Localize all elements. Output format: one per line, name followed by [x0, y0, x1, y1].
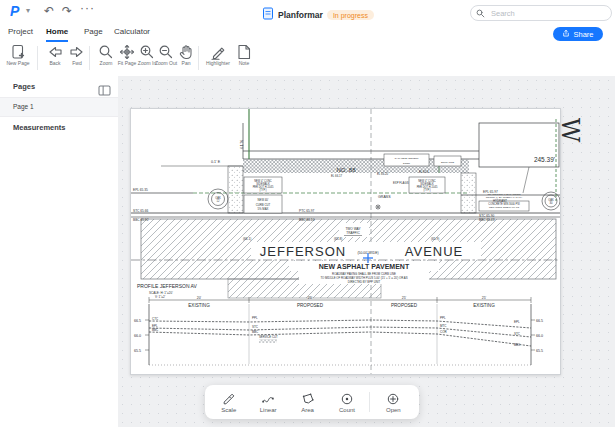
spot-elev-2: (65.8) — [334, 237, 342, 241]
area-tool-icon — [301, 392, 315, 406]
span-name: EXISTING — [188, 303, 210, 308]
open-tool-button[interactable]: Open — [372, 392, 415, 413]
left-sidebar: Pages Page 1 Measurements — [0, 76, 119, 427]
search-input[interactable] — [489, 8, 593, 19]
pavement-note: DIRECTED BY BPP UNIT — [348, 280, 381, 284]
two-way-label: TWO WAY — [345, 227, 361, 231]
redo-icon[interactable]: ↷ — [62, 4, 72, 18]
document-icon — [262, 6, 274, 24]
pan-label: Pan — [172, 61, 200, 67]
toolbar-divider — [89, 46, 90, 70]
drawing-canvas[interactable]: NO. 88 GARAGE/BASEMENT DOOR ENTRANCE 245… — [118, 76, 615, 427]
toolbar-divider — [198, 46, 199, 70]
curbcut-note: 5% MAX — [258, 207, 269, 211]
span-name: PROPOSED — [391, 303, 418, 308]
forward-label: Fwd — [63, 61, 91, 67]
building-number: NO. 88 — [336, 167, 356, 173]
garage-label: GARAGE/BASEMENT — [394, 157, 419, 160]
open-label: Open — [372, 407, 415, 413]
pan-button[interactable]: Pan — [172, 44, 200, 67]
spot-elev-1: (66.1) — [243, 237, 251, 241]
linear-tool-button[interactable]: Linear — [248, 392, 287, 413]
span-name: EXISTING — [473, 303, 495, 308]
more-menu-icon[interactable]: ··· — [80, 1, 95, 15]
plan-sheet: NO. 88 GARAGE/BASEMENT DOOR ENTRANCE 245… — [130, 108, 561, 375]
area-tool-button[interactable]: Area — [288, 392, 327, 413]
share-button[interactable]: Share — [553, 27, 603, 41]
toolbar: New Page Back Fwd Zoom Fit Page Zoom In … — [0, 42, 615, 77]
search-box[interactable] — [470, 5, 612, 21]
axis-left: 65.5 — [134, 349, 141, 353]
elev-ptc-mid: PTC 65.97 — [299, 209, 314, 213]
note-label: Note — [230, 61, 258, 67]
grade-label: BBC — [252, 330, 259, 334]
sidebar-item-page1[interactable]: Page 1 — [0, 97, 118, 117]
grade-label: EPL — [152, 324, 158, 328]
elev-bbc-left: BBC 65.92 — [133, 218, 149, 222]
oak-left: 12 — [217, 199, 220, 203]
grade-label: STC — [514, 332, 521, 336]
oak-right: 30 — [550, 201, 553, 205]
note-button[interactable]: Note — [230, 44, 258, 67]
measure-toolbar: Scale Linear Area Count Open — [205, 385, 419, 419]
grade-label: PPL — [252, 316, 258, 320]
app-logo[interactable]: P — [10, 3, 19, 19]
axis-left: 66.5 — [134, 319, 141, 323]
count-tool-icon — [340, 392, 354, 406]
status-badge: In progress — [327, 10, 374, 20]
sidewalk-strip-left — [228, 166, 243, 213]
toolbar-divider — [37, 46, 38, 70]
new-page-icon — [10, 44, 26, 60]
undo-icon[interactable]: ↶ — [44, 4, 54, 18]
sidewalk-note: (TYP.) — [259, 188, 266, 192]
pavement-label: NEW ASPHALT PAVEMENT — [319, 263, 410, 270]
new-page-button[interactable]: New Page — [4, 44, 32, 67]
pages-header: Pages — [13, 82, 35, 91]
menu-tab-row: Project Home Page Calculator Share — [0, 24, 615, 42]
profile-scale-v: V: 1"=2' — [155, 295, 166, 299]
tab-calculator[interactable]: Calculator — [114, 27, 150, 40]
count-label: Count — [327, 407, 366, 413]
open-tool-icon — [386, 392, 400, 406]
grade-label: STC — [252, 325, 259, 329]
spot-elev-3: (65.9) — [431, 237, 439, 241]
traffic-label: TRAFFIC — [346, 231, 360, 235]
street-name-2: AVENUE — [405, 244, 464, 259]
axis-right: 66.5 — [536, 319, 543, 323]
profile-title: PROFILE JEFFERSON AV — [137, 283, 198, 289]
share-icon — [562, 29, 570, 40]
grade-label: EPL — [514, 320, 520, 324]
search-icon — [476, 4, 485, 22]
elev-epl-left: EPL 65.35 — [133, 188, 148, 192]
linear-label: Linear — [248, 407, 287, 413]
share-label: Share — [573, 30, 593, 39]
sidewalk-note-right: (TYP.) — [423, 188, 430, 192]
garage-label2: DOOR — [403, 162, 410, 165]
zoom-icon — [98, 44, 114, 60]
forward-arrow-icon — [69, 44, 85, 60]
panel-toggle-icon — [98, 85, 111, 96]
exp-flags-label: EXP FLAGS — [393, 181, 409, 185]
street-name-1: JEFFERSON — [260, 244, 346, 259]
frontage-dimension: 245.39' — [534, 156, 555, 163]
highlighter-icon — [210, 44, 226, 60]
tab-page[interactable]: Page — [84, 27, 103, 40]
elev-el2: EL 66.20 — [377, 172, 389, 176]
street-letter-w: W — [556, 118, 584, 143]
measurements-header[interactable]: Measurements — [13, 123, 66, 132]
tab-project[interactable]: Project — [8, 27, 33, 40]
grade-label: BBC — [514, 343, 521, 347]
elev-bbc-right: BBC 65.43 — [479, 218, 495, 222]
toolbar-divider — [369, 392, 370, 412]
forward-button[interactable]: Fwd — [63, 44, 91, 67]
span-dim: 20' — [197, 296, 202, 300]
elev-stc-right: STC 65.90 — [479, 214, 494, 218]
curbcut-note: CURB CUT — [256, 203, 271, 207]
chevron-down-icon[interactable]: ▾ — [26, 6, 30, 15]
scale-tool-button[interactable]: Scale — [209, 392, 248, 413]
count-tool-button[interactable]: Count — [327, 392, 366, 413]
span-dim: 25' — [308, 296, 313, 300]
tab-home[interactable]: Home — [46, 27, 68, 42]
axis-left: 66.0 — [134, 334, 141, 338]
grade-label: CTC — [152, 317, 159, 321]
